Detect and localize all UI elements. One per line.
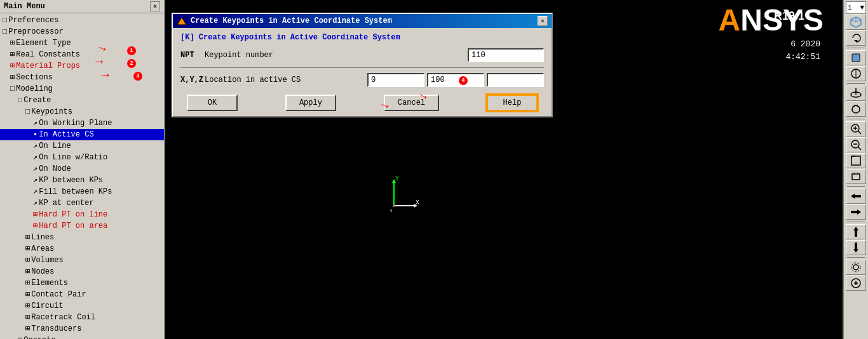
tree-item-modeling[interactable]: □ Modeling	[0, 83, 164, 95]
svg-marker-39	[853, 249, 858, 253]
y-input[interactable]	[427, 73, 484, 87]
svg-rect-36	[851, 211, 857, 213]
svg-rect-34	[855, 195, 861, 197]
tree-item-on-line-w-ratio[interactable]: ↗ On Line w/Ratio	[0, 152, 164, 163]
tree-item-prefix-preprocessor: □	[3, 27, 7, 37]
tree-item-label-fill-between-kps: Fill between KPs	[39, 187, 112, 197]
tree-item-elements[interactable]: ⊞ Elements	[0, 277, 164, 289]
tree-item-create[interactable]: □ Create	[0, 95, 164, 106]
toolbar-zoom-window-btn[interactable]	[846, 169, 866, 184]
tree-item-on-line[interactable]: ↗ On Line	[0, 140, 164, 152]
tree-item-material-props[interactable]: ⊞ Material Props	[0, 60, 164, 72]
toolbar-sep-4	[847, 186, 865, 187]
tree-item-hard-pt-on-area[interactable]: ⊞ Hard PT on area	[0, 220, 164, 232]
dialog-titlebar: Create Keypoints in Active Coordinate Sy…	[173, 14, 552, 28]
date-text: 6 2020	[785, 38, 820, 51]
ok-button[interactable]: OK	[187, 95, 238, 111]
tree-item-lines[interactable]: ⊞ Lines	[0, 232, 164, 243]
tree-item-real-constants[interactable]: ⊞ Real Constants	[0, 49, 164, 60]
tree-item-prefix-nodes: ⊞	[25, 267, 30, 277]
zoom-fit-icon	[850, 154, 862, 167]
svg-marker-8	[177, 17, 186, 25]
toolbar-pan-up-btn[interactable]	[846, 224, 866, 239]
toolbar-pan-left-btn[interactable]	[846, 189, 866, 204]
tree-item-transducers[interactable]: ⊞ Transducers	[0, 323, 164, 335]
toolbar-sep-1	[847, 48, 865, 48]
svg-marker-37	[853, 227, 858, 230]
x-input[interactable]	[367, 73, 424, 87]
svg-line-21	[858, 131, 861, 134]
tree-item-on-node[interactable]: ↗ On Node	[0, 163, 164, 175]
help-button[interactable]: Help	[487, 95, 538, 111]
tree-item-prefix-on-node: ↗	[33, 164, 37, 174]
tree-item-sections[interactable]: ⊞ Sections	[0, 72, 164, 83]
tree-item-nodes[interactable]: ⊞ Nodes	[0, 266, 164, 277]
tree-item-label-elements: Elements	[31, 278, 68, 288]
toolbar-pan-down-btn[interactable]	[846, 240, 866, 255]
tree-item-racetrack-coil[interactable]: ⊞ Racetrack Coil	[0, 312, 164, 323]
center-viewport: ANSYS R19.1 6 2020 4:42:51 Y X 1 Create	[165, 0, 843, 339]
tree-item-label-areas: Areas	[31, 244, 54, 254]
ansys-version: R19.1	[774, 10, 804, 22]
datetime-display: 6 2020 4:42:51	[785, 38, 820, 63]
svg-point-19	[852, 105, 860, 113]
tree-item-preprocessor[interactable]: □ Preprocessor	[0, 26, 164, 37]
toolbar-3d-cube-btn[interactable]	[846, 15, 866, 30]
tree-item-preferences[interactable]: □ Preferences	[0, 15, 164, 26]
cube-3d-icon	[850, 16, 862, 29]
tree-item-keypoints[interactable]: □ Keypoints	[0, 106, 164, 117]
tree-item-prefix-contact-pair: ⊞	[25, 289, 30, 300]
tree-item-label-element-type: Element Type	[16, 38, 71, 48]
toolbar-extra-btn[interactable]	[846, 276, 866, 291]
toolbar-isometric-btn[interactable]	[846, 50, 866, 65]
toolbar-zoom-out-btn[interactable]	[846, 137, 866, 152]
dialog-close-button[interactable]: ✕	[538, 16, 548, 26]
extra-icon	[850, 277, 862, 289]
tree-item-operate[interactable]: ⊞ Operate	[0, 335, 164, 339]
toolbar-plane-btn[interactable]	[846, 86, 866, 101]
npt-key-label: NPT	[180, 51, 200, 60]
toolbar-sep-3	[847, 119, 865, 119]
toolbar-zoom-in-btn[interactable]	[846, 121, 866, 136]
tree-item-prefix-real-constants: ⊞	[10, 50, 15, 60]
tree-item-label-preferences: Preferences	[8, 15, 58, 25]
svg-marker-33	[851, 194, 855, 199]
dialog-icon	[177, 16, 187, 26]
toolbar-settings-btn[interactable]	[846, 260, 866, 275]
tree-item-contact-pair[interactable]: ⊞ Contact Pair	[0, 289, 164, 300]
cancel-button[interactable]: Cancel	[384, 95, 439, 111]
tree-item-kp-at-center[interactable]: ↗ KP at center	[0, 197, 164, 209]
tree-item-hard-pt-on-line[interactable]: ⊞ Hard PT on line	[0, 209, 164, 220]
svg-point-41	[853, 265, 858, 270]
tree-item-in-active-cs[interactable]: ▪ In Active CS	[0, 129, 164, 140]
svg-rect-40	[855, 243, 857, 249]
tree-item-volumes[interactable]: ⊞ Volumes	[0, 255, 164, 266]
toolbar-rotate-view-btn[interactable]	[846, 30, 866, 46]
toolbar-pan-right-btn[interactable]	[846, 204, 866, 220]
tree-item-on-working-plane[interactable]: ↗ On Working Plane	[0, 117, 164, 129]
toolbar-sep-6	[847, 257, 865, 258]
tree-item-kp-between-kps[interactable]: ↗ KP between KPs	[0, 175, 164, 186]
pan-left-icon	[850, 190, 862, 203]
tree-item-prefix-preferences: □	[3, 15, 7, 25]
svg-line-25	[858, 147, 861, 150]
xyz-key-label: X,Y,Z	[180, 76, 200, 84]
right-toolbar: 1 ▼	[843, 0, 868, 339]
toolbar-dropdown[interactable]: 1 ▼	[846, 1, 866, 14]
tree-item-circuit[interactable]: ⊞ Circuit	[0, 300, 164, 312]
logo-a-letter: A	[719, 5, 741, 36]
collapse-icon[interactable]: «	[150, 1, 160, 11]
rotate2-icon	[850, 67, 862, 80]
toolbar-rotate3-btn[interactable]	[846, 102, 866, 117]
rotate3-icon	[850, 103, 862, 116]
npt-input[interactable]	[468, 48, 544, 62]
tree-item-fill-between-kps[interactable]: ↗ Fill between KPs	[0, 186, 164, 197]
tree-item-areas[interactable]: ⊞ Areas	[0, 243, 164, 255]
toolbar-rotate2-btn[interactable]	[846, 66, 866, 81]
toolbar-zoom-fit-btn[interactable]	[846, 153, 866, 168]
apply-button[interactable]: Apply	[285, 95, 336, 111]
tree-item-prefix-areas: ⊞	[25, 244, 30, 254]
xyz-desc-label: Location in active CS	[205, 76, 362, 84]
z-input[interactable]	[487, 73, 544, 87]
tree-item-element-type[interactable]: ⊞ Element Type	[0, 37, 164, 49]
